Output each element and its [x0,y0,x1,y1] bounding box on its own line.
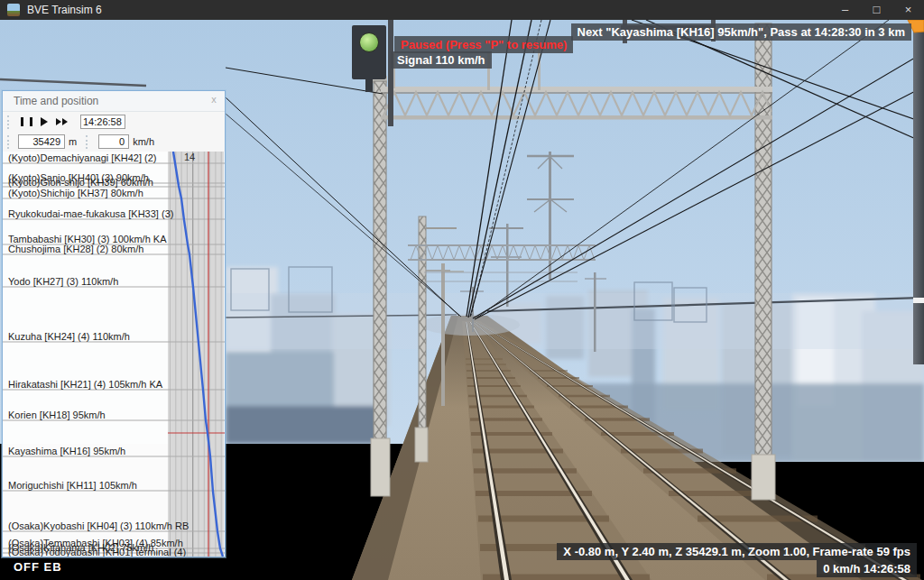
station-row: Yodo [KH27] (3) 110km/h [8,276,118,287]
fast-forward-button[interactable] [53,114,71,130]
station-row: Kayashima [KH16] 95km/h [8,446,125,456]
time-field[interactable]: 14:26:58 [80,115,125,129]
distance-field[interactable]: 35429 [18,134,65,149]
minimize-button[interactable]: – [829,0,861,20]
speed-and-time: 0 km/h 14:26:58 [817,560,917,577]
bve-window: BVE Trainsim 6 – □ × Paused (Press "P" t… [0,0,924,580]
station-row: Chushojima [KH28] (2) 80km/h [8,244,143,254]
playback-toolbar: 14:26:58 [3,112,225,132]
toolbar-grip[interactable] [86,135,90,149]
pause-icon [21,117,32,126]
close-button[interactable]: × [892,0,924,20]
time-position-panel[interactable]: Time and position x 14:26:58 35429 m 0 k… [2,90,226,557]
speed-unit-label: km/h [133,136,154,147]
next-station-info: Next "Kayashima [KH16] 95km/h", Pass at … [571,23,912,41]
window-titlebar: BVE Trainsim 6 – □ × [0,0,924,20]
panel-close-icon[interactable]: x [206,94,222,108]
panel-titlebar[interactable]: Time and position x [3,91,225,112]
position-toolbar: 35429 m 0 km/h [3,132,225,152]
panel-title: Time and position [14,95,206,107]
station-diagram[interactable]: 14 (Kyoto)Demachiyanagi [KH42] (2) (Kyot… [3,152,225,557]
station-row: Moriguchishi [KH11] 105km/h [8,480,137,491]
fast-forward-icon [56,118,69,125]
graph-hour-label: 14 [184,152,195,162]
play-button[interactable] [35,114,53,130]
distance-unit-label: m [69,136,77,147]
play-icon [41,117,48,126]
station-row: (Kyoto)Demachiyanagi [KH42] (2) [8,152,156,163]
window-title: BVE Trainsim 6 [27,4,829,16]
signal-green-light [360,33,379,52]
camera-coordinates: X -0.80 m, Y 2.40 m, Z 35429.1 m, Zoom 1… [557,543,917,560]
station-row: Kuzuha [KH24] (4) 110km/h [8,331,130,342]
station-row: (Kyoto)Gion-shijo [KH39] 60km/h [8,177,153,188]
station-row: (Kyoto)Shichijo [KH37] 80km/h [8,188,143,198]
speed-field[interactable]: 0 [98,134,129,149]
signal-status: Signal 110 km/h [391,51,492,69]
toolbar-grip[interactable] [7,115,12,129]
station-row: (Osaka)Kyobashi [KH04] (3) 110km/h RB [8,520,189,531]
station-row: (Osaka)Yodoyabashi [KH01] terminal (4) [8,547,186,557]
app-icon [7,4,20,16]
station-row: Hirakatashi [KH21] (4) 105km/h KA [8,379,162,390]
handle-status: OFF EB [7,558,69,575]
station-row: Ryukokudai-mae-fukakusa [KH33] (3) [8,208,173,219]
toolbar-grip[interactable] [7,135,12,149]
station-row: Korien [KH18] 95km/h [8,410,106,420]
pause-button[interactable] [17,114,35,130]
maximize-button[interactable]: □ [861,0,892,20]
